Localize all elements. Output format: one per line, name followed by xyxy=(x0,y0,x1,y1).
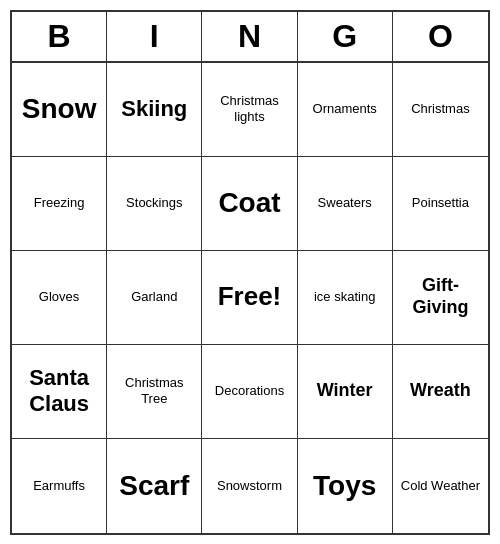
bingo-cell: ice skating xyxy=(298,251,393,345)
bingo-header: BINGO xyxy=(12,12,488,63)
bingo-cell: Snowstorm xyxy=(202,439,297,533)
bingo-cell: Decorations xyxy=(202,345,297,439)
bingo-cell: Christmas xyxy=(393,63,488,157)
bingo-cell: Freezing xyxy=(12,157,107,251)
bingo-cell: Christmas lights xyxy=(202,63,297,157)
bingo-cell: Garland xyxy=(107,251,202,345)
bingo-cell: Toys xyxy=(298,439,393,533)
bingo-cell: Christmas Tree xyxy=(107,345,202,439)
bingo-cell: Stockings xyxy=(107,157,202,251)
bingo-cell: Sweaters xyxy=(298,157,393,251)
header-letter: N xyxy=(202,12,297,61)
bingo-cell: Snow xyxy=(12,63,107,157)
bingo-cell: Ornaments xyxy=(298,63,393,157)
bingo-cell: Skiing xyxy=(107,63,202,157)
bingo-card: BINGO SnowSkiingChristmas lightsOrnament… xyxy=(10,10,490,535)
header-letter: I xyxy=(107,12,202,61)
bingo-cell: Cold Weather xyxy=(393,439,488,533)
header-letter: B xyxy=(12,12,107,61)
bingo-cell: Wreath xyxy=(393,345,488,439)
bingo-cell: Poinsettia xyxy=(393,157,488,251)
bingo-cell: Winter xyxy=(298,345,393,439)
header-letter: G xyxy=(298,12,393,61)
bingo-cell: Scarf xyxy=(107,439,202,533)
bingo-cell: Free! xyxy=(202,251,297,345)
bingo-cell: Santa Claus xyxy=(12,345,107,439)
bingo-cell: Coat xyxy=(202,157,297,251)
bingo-cell: Earmuffs xyxy=(12,439,107,533)
header-letter: O xyxy=(393,12,488,61)
bingo-cell: Gift-Giving xyxy=(393,251,488,345)
bingo-grid: SnowSkiingChristmas lightsOrnamentsChris… xyxy=(12,63,488,533)
bingo-cell: Gloves xyxy=(12,251,107,345)
